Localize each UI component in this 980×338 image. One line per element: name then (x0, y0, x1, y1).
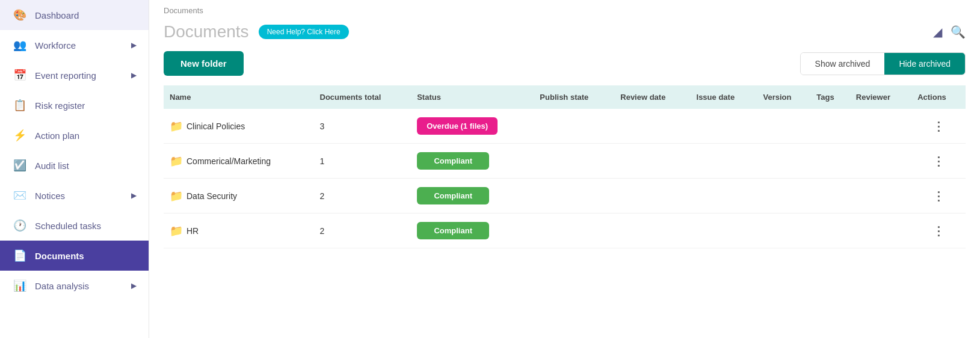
main-content: Documents Documents Need Help? Click Her… (149, 0, 980, 338)
folder-name[interactable]: Data Security (186, 191, 237, 201)
table-row: 📁Clinical Policies3Overdue (1 files)⋮ (164, 109, 966, 144)
sidebar-item-label: Audit list (35, 161, 69, 171)
filter-icon[interactable]: ◢ (933, 25, 942, 39)
folder-icon: 📁 (170, 155, 183, 168)
action-plan-icon: ⚡ (12, 129, 28, 142)
column-header: Status (411, 85, 534, 109)
issue-date-cell (691, 144, 757, 179)
version-cell (757, 214, 810, 248)
status-cell: Compliant (411, 214, 534, 248)
audit-list-icon: ☑️ (12, 159, 28, 172)
sidebar-item-label: Event reporting (35, 70, 96, 81)
actions-cell: ⋮ (911, 144, 966, 179)
page-title: Documents (164, 22, 249, 41)
actions-cell: ⋮ (911, 109, 966, 144)
actions-cell: ⋮ (911, 179, 966, 214)
sidebar-item-label: Data analysis (35, 281, 89, 291)
column-header: Publish state (534, 85, 614, 109)
sidebar-item-scheduled-tasks[interactable]: 🕐Scheduled tasks (0, 210, 149, 241)
sidebar-item-dashboard[interactable]: 🎨Dashboard (0, 0, 149, 30)
sidebar-item-documents[interactable]: 📄Documents (0, 241, 149, 271)
sidebar-item-label: Action plan (35, 131, 79, 141)
chevron-right-icon: ▶ (131, 71, 137, 79)
sidebar-item-data-analysis[interactable]: 📊Data analysis▶ (0, 271, 149, 301)
folder-name[interactable]: Clinical Policies (186, 121, 245, 131)
review-date-cell (614, 144, 690, 179)
column-header: Tags (810, 85, 850, 109)
row-actions-button[interactable]: ⋮ (932, 224, 945, 238)
review-date-cell (614, 109, 690, 144)
column-header: Name (164, 85, 314, 109)
data-analysis-icon: 📊 (12, 279, 28, 292)
hide-archived-button[interactable]: Hide archived (884, 53, 965, 75)
table-row: 📁Commerical/Marketing1Compliant⋮ (164, 144, 966, 179)
new-folder-button[interactable]: New folder (164, 51, 244, 76)
chevron-right-icon: ▶ (131, 41, 137, 49)
column-header: Version (757, 85, 810, 109)
chevron-right-icon: ▶ (131, 191, 137, 200)
folder-name[interactable]: Commerical/Marketing (186, 156, 271, 166)
folder-name[interactable]: HR (186, 226, 199, 236)
toolbar: New folder Show archived Hide archived (149, 51, 980, 85)
review-date-cell (614, 179, 690, 214)
issue-date-cell (691, 109, 757, 144)
documents-total: 2 (314, 214, 411, 248)
documents-total: 1 (314, 144, 411, 179)
table-row: 📁HR2Compliant⋮ (164, 214, 966, 248)
publish-state-cell (534, 214, 614, 248)
column-header: Documents total (314, 85, 411, 109)
status-cell: Overdue (1 files) (411, 109, 534, 144)
status-cell: Compliant (411, 179, 534, 214)
publish-state-cell (534, 109, 614, 144)
sidebar-item-label: Dashboard (35, 10, 79, 20)
version-cell (757, 179, 810, 214)
sidebar-item-label: Risk register (35, 100, 85, 111)
documents-table: NameDocuments totalStatusPublish stateRe… (164, 85, 966, 248)
publish-state-cell (534, 144, 614, 179)
chevron-right-icon: ▶ (131, 281, 137, 290)
review-date-cell (614, 214, 690, 248)
version-cell (757, 144, 810, 179)
folder-icon: 📁 (170, 120, 183, 133)
row-actions-button[interactable]: ⋮ (932, 119, 945, 134)
actions-cell: ⋮ (911, 214, 966, 248)
status-badge: Compliant (417, 187, 489, 204)
tags-cell (810, 144, 850, 179)
row-actions-button[interactable]: ⋮ (932, 154, 945, 168)
dashboard-icon: 🎨 (12, 8, 28, 22)
column-header: Reviewer (850, 85, 911, 109)
sidebar-item-risk-register[interactable]: 📋Risk register (0, 90, 149, 120)
workforce-icon: 👥 (12, 38, 28, 52)
column-header: Actions (911, 85, 966, 109)
sidebar-item-label: Notices (35, 191, 65, 201)
sidebar-item-event-reporting[interactable]: 📅Event reporting▶ (0, 60, 149, 90)
breadcrumb: Documents (149, 0, 980, 17)
sidebar-item-label: Documents (35, 251, 84, 261)
column-header: Issue date (691, 85, 757, 109)
column-header: Review date (614, 85, 690, 109)
sidebar-item-workforce[interactable]: 👥Workforce▶ (0, 30, 149, 60)
search-icon[interactable]: 🔍 (951, 25, 966, 39)
folder-name-cell: 📁Data Security (164, 179, 314, 214)
table-row: 📁Data Security2Compliant⋮ (164, 179, 966, 214)
scheduled-tasks-icon: 🕐 (12, 219, 28, 232)
folder-icon: 📁 (170, 224, 183, 238)
status-badge: Overdue (1 files) (417, 117, 498, 135)
issue-date-cell (691, 214, 757, 248)
sidebar-item-label: Scheduled tasks (35, 221, 101, 231)
sidebar-item-notices[interactable]: ✉️Notices▶ (0, 180, 149, 210)
row-actions-button[interactable]: ⋮ (932, 189, 945, 203)
sidebar-item-audit-list[interactable]: ☑️Audit list (0, 150, 149, 180)
header-icons: ◢ 🔍 (933, 25, 966, 39)
status-badge: Compliant (417, 152, 489, 170)
show-archived-button[interactable]: Show archived (801, 53, 885, 75)
status-cell: Compliant (411, 144, 534, 179)
help-button[interactable]: Need Help? Click Here (259, 25, 349, 39)
sidebar-item-label: Workforce (35, 40, 76, 51)
documents-total: 3 (314, 109, 411, 144)
reviewer-cell (850, 179, 911, 214)
tags-cell (810, 214, 850, 248)
sidebar-item-action-plan[interactable]: ⚡Action plan (0, 120, 149, 150)
folder-name-cell: 📁Clinical Policies (164, 109, 314, 144)
sidebar: 🎨Dashboard👥Workforce▶📅Event reporting▶📋R… (0, 0, 149, 338)
